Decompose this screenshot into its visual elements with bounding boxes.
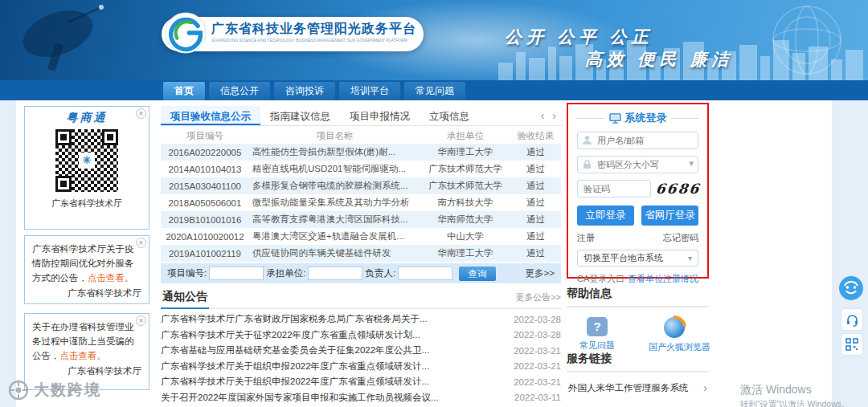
service-links-section: 服务链接 外国人来华工作管理服务系统 › <box>567 352 709 394</box>
firefox-icon <box>664 317 685 338</box>
hotline-button[interactable] <box>841 308 863 331</box>
close-icon[interactable]: × <box>136 315 146 326</box>
platform-title: 广东省科技业务管理阳光政务平台 <box>211 21 424 38</box>
project-name: 多模形复合钢带电缆的胶膜检测系统... <box>249 180 420 192</box>
announcement-date: 2022-03-21 <box>506 361 561 371</box>
password-caret-icon[interactable]: ▾ <box>689 158 694 169</box>
pager-prev-icon[interactable]: ‹ <box>541 109 545 122</box>
platform-subtitle: GUANGDONG SCIENCE AND TECHNOLOGY BUSINES… <box>211 39 343 43</box>
windows-activation-notice: 激活 Windows 转到“设置”以激活 Windows。 <box>740 383 850 407</box>
announcement-title: 关于召开2022年度国家外国专家项目申报和实施工作动员视频会议... <box>161 392 506 404</box>
nav-item-training-platform[interactable]: 培训平台 <box>339 82 400 100</box>
notice-view-link[interactable]: 点击查看。 <box>60 351 107 360</box>
nav-item-home[interactable]: 首页 <box>163 82 205 100</box>
pager-next-icon[interactable]: › <box>552 109 556 122</box>
gov-hall-login-button[interactable]: 省网厅登录 <box>641 206 698 226</box>
project-result: 通过 <box>510 197 561 209</box>
tab-acceptance-info[interactable]: 项目验收信息公示 <box>161 106 260 125</box>
tab-project-approval[interactable]: 立项信息 <box>420 106 479 125</box>
project-code: 2015A030401100 <box>161 181 249 191</box>
leader-input[interactable] <box>398 267 452 280</box>
help-section: 帮助信息 ? 常见问题 国产火狐浏览器 <box>567 287 709 353</box>
project-name: 粤港澳大湾区交通+轨道融合发展机... <box>249 230 420 242</box>
watermark-text: 大数跨境 <box>34 380 101 401</box>
close-icon[interactable]: × <box>136 238 146 248</box>
announcement-date: 2022-03-21 <box>506 377 561 387</box>
col-header-result: 验收结果 <box>510 130 561 142</box>
question-icon: ? <box>587 317 608 336</box>
main-nav: 首页 信息公开 咨询投诉 培训平台 常见问题 <box>0 80 868 100</box>
announcement-item[interactable]: 广东省科学技术厅关于组织申报2022年度广东省重点领域研发计... 2022-0… <box>161 359 561 375</box>
undertaking-unit-input[interactable] <box>308 267 362 280</box>
query-button[interactable]: 查询 <box>459 267 496 281</box>
search-label-leader: 负责人: <box>365 267 395 279</box>
more-results-link[interactable]: 更多>> <box>526 267 555 279</box>
notice-signature: 广东省科学技术厅 <box>32 287 141 301</box>
col-header-code: 项目编号 <box>161 130 249 142</box>
header-slogan-line2: 高效 便民 廉洁 <box>585 48 734 71</box>
table-row[interactable]: 2019B101001016 高等教育支撑粤港澳大湾区国际科技... 华南师范大… <box>161 211 561 228</box>
captcha-image[interactable]: 6686 <box>655 180 702 197</box>
table-row[interactable]: 2020A1010020012 粤港澳大湾区交通+轨道融合发展机... 中山大学… <box>161 228 561 245</box>
project-result: 通过 <box>510 146 561 158</box>
table-row[interactable]: 2016A020220005 高性能仿生骨损伤新型假体(磨)耐... 华南理工大… <box>161 144 561 161</box>
tab-guide-suggestion[interactable]: 指南建议信息 <box>260 106 340 125</box>
project-code: 2014A010104013 <box>161 165 249 174</box>
notice-popup-fraud: × 关于在办理省科技管理业务过程中谨防上当受骗的公告，点击查看。 广东省科学技术… <box>24 313 149 390</box>
login-button[interactable]: 立即登录 <box>577 206 634 226</box>
qr-panel-title: 粤商通 <box>25 111 149 125</box>
tab-application-status[interactable]: 项目申报情况 <box>340 106 420 125</box>
password-input[interactable] <box>577 156 698 173</box>
nav-item-faq[interactable]: 常见问题 <box>404 82 465 100</box>
qr-code-panel: × 粤商通 ✳ 广东省科学技术厅 <box>24 106 149 230</box>
project-search-bar: 项目编号: 承担单位: 负责人: 查询 更多>> <box>161 263 561 283</box>
close-icon[interactable]: × <box>136 108 146 119</box>
table-row[interactable]: 2018A050506001 微型振动能量采集系统及其动力学分析 南方科技大学 … <box>161 194 561 211</box>
username-input[interactable] <box>577 132 698 149</box>
qr-float-button[interactable] <box>841 333 863 356</box>
ca-login-link[interactable]: CA登录入口 <box>577 273 624 285</box>
announcement-item[interactable]: 广东省科学技术厅广东省财政厅国家税务总局广东省税务局关于... 2022-03-… <box>161 311 561 328</box>
customer-service-button[interactable] <box>839 276 863 300</box>
announcement-date: 2022-03-21 <box>506 346 561 356</box>
table-row[interactable]: 2014A010104013 精密直线电机USD201智能伺服驱动... 广东技… <box>161 161 561 177</box>
notice-view-link[interactable]: 点击查看。 <box>88 273 134 283</box>
announcement-date: 2022-03-28 <box>506 330 561 340</box>
project-name: 高性能仿生骨损伤新型假体(磨)耐... <box>249 146 420 158</box>
windows-activation-hint: 转到“设置”以激活 Windows。 <box>740 399 850 407</box>
announcement-item[interactable]: 广东省科学技术厅关于征求2022年度广东省重点领域研发计划... 2022-03… <box>161 328 561 344</box>
project-code-input[interactable] <box>209 267 264 280</box>
more-announcements-link[interactable]: 更多公告>> <box>515 291 561 307</box>
project-unit: 华南理工大学 <box>420 146 510 158</box>
forgot-password-link[interactable]: 忘记密码 <box>663 232 698 244</box>
firefox-item[interactable]: 国产火狐浏览器 <box>649 317 700 353</box>
col-header-unit: 承担单位 <box>420 130 510 142</box>
announcement-item[interactable]: 关于召开2022年度国家外国专家项目申报和实施工作动员视频会议... 2022-… <box>161 390 561 406</box>
announcement-title: 广东省科学技术厅广东省财政厅国家税务总局广东省税务局关于... <box>161 313 506 325</box>
qr-caption: 广东省科学技术厅 <box>25 197 149 210</box>
help-title: 帮助信息 <box>567 287 709 307</box>
platform-logo-icon <box>165 12 207 54</box>
chevron-right-icon: › <box>703 381 707 394</box>
globe-wireframe-graphic <box>751 2 863 78</box>
service-link-label: 外国人来华工作管理服务系统 <box>568 382 689 394</box>
lock-icon <box>582 159 592 169</box>
table-row[interactable]: 2015A030401100 多模形复合钢带电缆的胶膜检测系统... 广东技术师… <box>161 177 561 194</box>
nav-item-info-disclosure[interactable]: 信息公开 <box>209 82 270 100</box>
service-link-foreigner[interactable]: 外国人来华工作管理服务系统 › <box>567 372 709 394</box>
announcement-item[interactable]: 广东省科学技术厅关于组织申报2022年度广东省重点领域研发计... 2022-0… <box>161 374 561 390</box>
announcement-date: 2022-03-28 <box>506 315 561 324</box>
captcha-input[interactable] <box>577 180 651 197</box>
project-unit: 华南理工大学 <box>420 247 510 259</box>
table-row[interactable]: 2019A101002119 供应链协同的车辆关键基础件研发 华南理工大学 通过 <box>161 245 561 262</box>
region-switch-select[interactable]: 切换至平台地市系统 ▾ <box>577 250 698 267</box>
satellite-dish-icon <box>10 2 138 77</box>
notice-popup-epidemic: × 广东省科学技术厅关于疫情防控期间优化对外服务方式的公告，点击查看。 广东省科… <box>24 235 149 304</box>
unit-registration-link[interactable]: 查看单位注册情况 <box>628 273 698 285</box>
nav-item-consult-complaint[interactable]: 咨询投诉 <box>274 82 335 100</box>
project-result: 通过 <box>510 180 561 192</box>
faq-item[interactable]: ? 常见问题 <box>571 317 623 353</box>
project-code: 2019A101002119 <box>161 249 249 258</box>
register-link[interactable]: 注册 <box>577 232 595 244</box>
announcement-item[interactable]: 广东省基础与应用基础研究基金委员会关于征集2022年度公共卫... 2022-0… <box>161 343 561 359</box>
